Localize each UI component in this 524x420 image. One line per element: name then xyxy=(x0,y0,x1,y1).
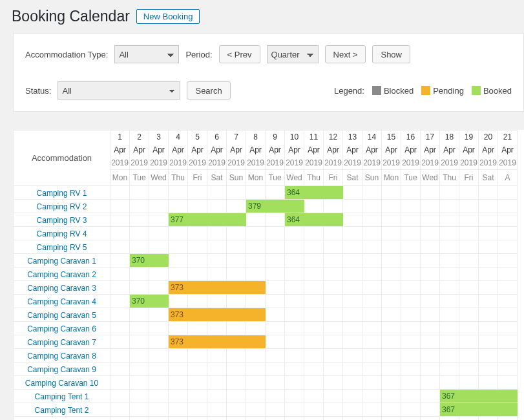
calendar-cell[interactable]: 370 xyxy=(130,295,149,308)
calendar-cell[interactable] xyxy=(130,227,149,240)
calendar-cell[interactable] xyxy=(479,308,498,322)
calendar-cell[interactable] xyxy=(266,322,285,335)
calendar-cell[interactable] xyxy=(169,390,188,403)
calendar-cell[interactable] xyxy=(285,281,304,295)
calendar-cell[interactable] xyxy=(382,417,401,421)
calendar-cell[interactable] xyxy=(266,213,285,227)
accommodation-link[interactable]: Camping RV 2 xyxy=(37,202,87,211)
calendar-cell[interactable] xyxy=(498,254,518,268)
calendar-cell[interactable] xyxy=(382,186,401,200)
calendar-cell[interactable] xyxy=(266,335,285,349)
calendar-cell[interactable] xyxy=(130,186,149,200)
calendar-cell[interactable] xyxy=(304,403,324,417)
calendar-cell[interactable] xyxy=(207,186,227,200)
calendar-cell[interactable] xyxy=(324,200,343,213)
calendar-cell[interactable] xyxy=(207,390,227,403)
calendar-cell[interactable] xyxy=(149,362,169,376)
calendar-cell[interactable]: 373 xyxy=(169,308,188,322)
calendar-cell[interactable] xyxy=(149,227,169,240)
calendar-cell[interactable] xyxy=(479,376,498,390)
calendar-cell[interactable] xyxy=(479,322,498,335)
booking-bar[interactable]: 379 xyxy=(246,200,304,213)
calendar-cell[interactable] xyxy=(324,376,343,390)
accommodation-link[interactable]: Camping Caravan 6 xyxy=(27,324,96,333)
calendar-cell[interactable] xyxy=(304,390,324,403)
calendar-cell[interactable] xyxy=(401,335,421,349)
accommodation-type-select[interactable]: All xyxy=(114,45,179,63)
calendar-cell[interactable] xyxy=(285,390,304,403)
calendar-cell[interactable] xyxy=(246,213,266,227)
calendar-cell[interactable] xyxy=(382,268,401,281)
calendar-cell[interactable] xyxy=(479,227,498,240)
calendar-cell[interactable] xyxy=(149,322,169,335)
calendar-cell[interactable] xyxy=(362,200,382,213)
calendar-cell[interactable] xyxy=(188,322,207,335)
calendar-cell[interactable] xyxy=(382,200,401,213)
calendar-cell[interactable] xyxy=(110,254,130,268)
calendar-cell[interactable] xyxy=(149,240,169,254)
calendar-cell[interactable] xyxy=(188,390,207,403)
calendar-cell[interactable] xyxy=(188,403,207,417)
calendar-cell[interactable] xyxy=(169,403,188,417)
calendar-cell[interactable] xyxy=(188,268,207,281)
calendar-cell[interactable] xyxy=(285,308,304,322)
calendar-cell[interactable] xyxy=(459,254,479,268)
calendar-cell[interactable] xyxy=(110,213,130,227)
calendar-cell[interactable] xyxy=(343,322,362,335)
show-button[interactable]: Show xyxy=(372,45,410,63)
calendar-cell[interactable] xyxy=(362,213,382,227)
calendar-cell[interactable] xyxy=(285,322,304,335)
calendar-cell[interactable] xyxy=(362,268,382,281)
calendar-cell[interactable] xyxy=(440,308,459,322)
calendar-cell[interactable] xyxy=(324,240,343,254)
calendar-cell[interactable] xyxy=(246,376,266,390)
calendar-cell[interactable] xyxy=(440,322,459,335)
calendar-cell[interactable] xyxy=(110,417,130,421)
calendar-cell[interactable] xyxy=(207,268,227,281)
calendar-cell[interactable] xyxy=(459,295,479,308)
calendar-cell[interactable] xyxy=(343,268,362,281)
calendar-cell[interactable] xyxy=(362,227,382,240)
calendar-cell[interactable] xyxy=(421,335,440,349)
calendar-cell[interactable] xyxy=(479,335,498,349)
calendar-cell[interactable] xyxy=(479,362,498,376)
calendar-cell[interactable] xyxy=(285,376,304,390)
calendar-cell[interactable] xyxy=(362,349,382,362)
calendar-cell[interactable] xyxy=(169,376,188,390)
calendar-cell[interactable] xyxy=(149,403,169,417)
calendar-cell[interactable] xyxy=(324,308,343,322)
calendar-cell[interactable] xyxy=(169,417,188,421)
calendar-cell[interactable] xyxy=(169,254,188,268)
calendar-cell[interactable] xyxy=(266,417,285,421)
calendar-cell[interactable] xyxy=(362,417,382,421)
calendar-cell[interactable] xyxy=(130,335,149,349)
calendar-cell[interactable] xyxy=(459,227,479,240)
calendar-cell[interactable] xyxy=(266,227,285,240)
calendar-cell[interactable]: 367 xyxy=(440,390,459,403)
calendar-cell[interactable] xyxy=(169,268,188,281)
calendar-cell[interactable] xyxy=(227,322,246,335)
calendar-cell[interactable] xyxy=(227,349,246,362)
calendar-cell[interactable] xyxy=(459,349,479,362)
calendar-cell[interactable] xyxy=(459,376,479,390)
calendar-cell[interactable] xyxy=(421,213,440,227)
calendar-cell[interactable] xyxy=(130,403,149,417)
calendar-cell[interactable] xyxy=(304,295,324,308)
calendar-cell[interactable] xyxy=(266,254,285,268)
calendar-cell[interactable] xyxy=(479,200,498,213)
calendar-cell[interactable] xyxy=(421,254,440,268)
calendar-cell[interactable] xyxy=(440,281,459,295)
calendar-cell[interactable] xyxy=(459,322,479,335)
calendar-cell[interactable] xyxy=(324,417,343,421)
calendar-cell[interactable] xyxy=(110,376,130,390)
calendar-cell[interactable] xyxy=(246,186,266,200)
calendar-cell[interactable] xyxy=(401,281,421,295)
calendar-cell[interactable] xyxy=(324,322,343,335)
calendar-cell[interactable] xyxy=(343,390,362,403)
calendar-cell[interactable] xyxy=(266,240,285,254)
calendar-cell[interactable] xyxy=(207,349,227,362)
calendar-cell[interactable] xyxy=(169,200,188,213)
calendar-cell[interactable] xyxy=(421,417,440,421)
calendar-cell[interactable] xyxy=(401,322,421,335)
calendar-cell[interactable] xyxy=(246,227,266,240)
